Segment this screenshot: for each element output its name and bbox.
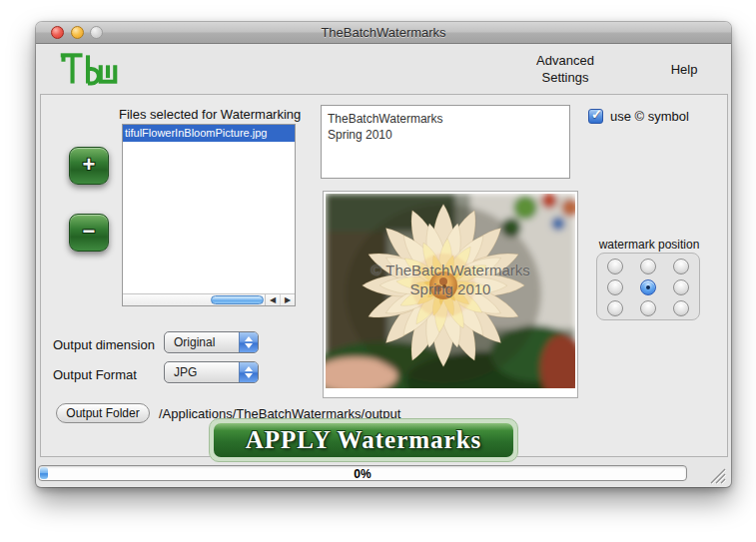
scrollbar-arrows: ◀ ▶ xyxy=(265,294,295,305)
app-window: TheBatchWatermarks Advanced Settings Hel… xyxy=(36,22,731,487)
apply-button-label: APPLY Watermarks xyxy=(246,426,482,454)
titlebar[interactable]: TheBatchWatermarks xyxy=(36,22,731,44)
plus-icon: + xyxy=(83,152,96,177)
minus-icon: − xyxy=(83,219,96,244)
position-radio-bottom-center[interactable] xyxy=(640,300,656,316)
progress-bar: 0% xyxy=(38,465,687,481)
help-button[interactable]: Help xyxy=(649,62,719,77)
position-radio-middle-left[interactable] xyxy=(607,279,623,295)
preview-box: © TheBatchWatermarks Spring 2010 xyxy=(323,191,578,398)
output-format-label: Output Format xyxy=(53,367,137,382)
position-radio-top-center[interactable] xyxy=(640,259,656,274)
position-radio-top-right[interactable] xyxy=(673,259,689,274)
file-list-item[interactable]: tifulFlowerInBloomPicture.jpg xyxy=(123,125,295,142)
main-panel: Files selected for Watermarking tifulFlo… xyxy=(40,94,728,457)
use-symbol-checkbox[interactable] xyxy=(588,109,603,124)
apply-button-face: APPLY Watermarks xyxy=(214,423,513,457)
use-symbol-label: use © symbol xyxy=(610,109,689,124)
position-radio-top-left[interactable] xyxy=(607,259,623,274)
scroll-left-icon[interactable]: ◀ xyxy=(266,294,281,305)
watermark-position-grid xyxy=(596,253,700,320)
watermark-position-label: watermark position xyxy=(593,238,705,252)
files-list-label: Files selected for Watermarking xyxy=(119,107,301,122)
watermark-text-input[interactable]: TheBatchWatermarks Spring 2010 xyxy=(321,105,570,179)
add-files-button[interactable]: + xyxy=(69,147,109,185)
progress-percent-label: 0% xyxy=(39,467,686,481)
output-dimension-value: Original xyxy=(174,335,215,349)
resize-grip[interactable] xyxy=(706,464,726,484)
popup-arrows-icon xyxy=(239,332,258,352)
apply-watermarks-button[interactable]: APPLY Watermarks xyxy=(209,418,518,462)
position-radio-bottom-right[interactable] xyxy=(673,300,689,316)
scroll-right-icon[interactable]: ▶ xyxy=(281,294,295,305)
output-folder-button[interactable]: Output Folder xyxy=(56,403,150,423)
position-radio-middle-right[interactable] xyxy=(673,279,689,295)
preview-image: © TheBatchWatermarks Spring 2010 xyxy=(326,194,575,388)
scrollbar-thumb[interactable] xyxy=(211,295,264,304)
output-dimension-label: Output dimension xyxy=(53,337,155,352)
output-format-value: JPG xyxy=(174,365,197,379)
output-dimension-select[interactable]: Original xyxy=(164,331,259,353)
tbw-logo-icon xyxy=(58,48,118,90)
advanced-settings-button[interactable]: Advanced Settings xyxy=(505,52,625,86)
remove-files-button[interactable]: − xyxy=(69,214,109,252)
position-radio-bottom-left[interactable] xyxy=(607,300,623,316)
window-title: TheBatchWatermarks xyxy=(36,25,731,40)
files-list[interactable]: tifulFlowerInBloomPicture.jpg ◀ ▶ xyxy=(122,124,296,306)
desktop: TheBatchWatermarks Advanced Settings Hel… xyxy=(0,0,756,542)
popup-arrows-icon xyxy=(239,362,258,382)
horizontal-scrollbar[interactable]: ◀ ▶ xyxy=(123,293,295,305)
position-radio-center[interactable] xyxy=(640,279,656,295)
output-format-select[interactable]: JPG xyxy=(164,361,259,383)
